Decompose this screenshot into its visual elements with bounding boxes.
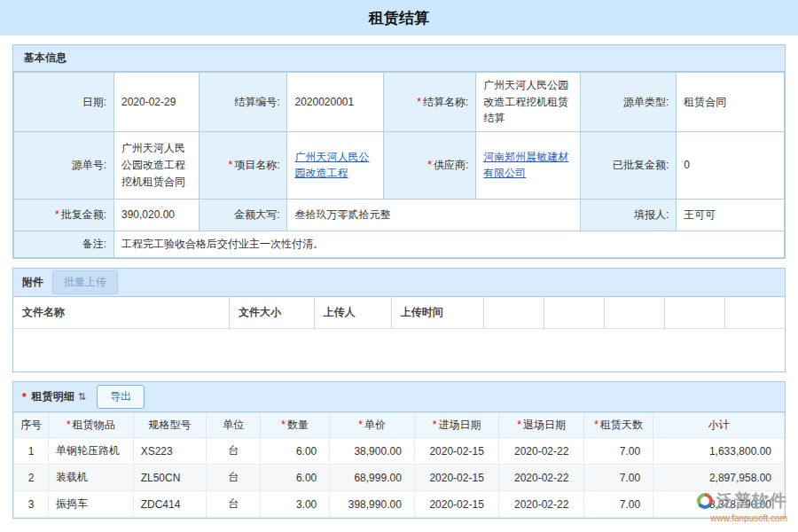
attach-header-filename: 文件名称 [13,297,230,329]
table-row: 2 装载机 ZL50CN 台 6.00 68,999.00 2020-02-15… [14,465,785,491]
supplier-value: 河南郑州晨敏建材有限公司 [476,131,580,199]
rental-details-section: * 租赁明细 ⇅ 导出 序号 *租赁物品 规格型号 单位 *数量 *单价 *进场… [12,381,786,519]
cell-item: 振捣车 [49,491,134,518]
attach-header-empty [544,297,605,329]
cell-seq: 1 [14,438,49,465]
cell-subtotal: 8,378,790.00 [653,491,785,518]
amount-words-label: 金额大写: [199,199,287,231]
cell-item: 装载机 [49,465,134,491]
cell-date-in: 2020-02-15 [414,438,499,465]
basic-info-section: 基本信息 日期: 2020-02-29 结算编号: 2020020001 *结算… [12,44,786,259]
attach-header-uploader: 上传人 [314,297,391,329]
approval-amount-value: 390,020.00 [113,199,199,231]
cell-price: 68,999.00 [330,465,415,491]
settle-name-value: 广州天河人民公园改造工程挖机租赁结算 [476,73,580,132]
attachments-title: 附件 [22,275,43,290]
cell-qty: 6.00 [261,438,330,465]
table-row: 3 振捣车 ZDC414 台 3.00 398,990.00 2020-02-1… [14,491,785,518]
cell-item: 单钢轮压路机 [49,438,134,465]
cell-date-out: 2020-02-22 [499,465,584,491]
table-row: 1 单钢轮压路机 XS223 台 6.00 38,900.00 2020-02-… [14,438,785,465]
cell-seq: 2 [14,465,49,491]
col-seq: 序号 [14,413,49,438]
cell-date-in: 2020-02-15 [414,465,499,491]
remark-label: 备注: [14,231,114,257]
basic-info-table: 日期: 2020-02-29 结算编号: 2020020001 *结算名称: 广… [13,72,785,258]
cell-price: 38,900.00 [330,438,415,465]
project-value: 广州天河人民公园改造工程 [287,131,384,199]
attachments-section: 附件 批量上传 文件名称 文件大小 上传人 上传时间 [12,268,786,373]
cell-days: 7.00 [583,438,653,465]
col-model: 规格型号 [133,413,207,438]
cell-unit: 台 [207,438,261,465]
cell-days: 7.00 [583,491,653,518]
source-type-value: 租赁合同 [677,73,785,132]
page-title: 租赁结算 [369,8,429,28]
amount-words-value: 叁拾玖万零贰拾元整 [287,199,580,231]
page-title-bar: 租赁结算 [0,0,798,35]
settle-name-label: *结算名称: [384,73,476,132]
cell-model: ZL50CN [133,465,207,491]
cell-model: ZDC414 [133,491,207,518]
project-link[interactable]: 广州天河人民公园改造工程 [294,151,369,180]
cell-unit: 台 [207,491,261,518]
source-no-value: 广州天河人民公园改造工程挖机租赁合同 [113,131,199,199]
sort-icon[interactable]: ⇅ [78,391,86,403]
detail-header-row: 序号 *租赁物品 规格型号 单位 *数量 *单价 *进场日期 *退场日期 *租赁… [14,413,785,438]
approved-amount-label: 已批复金额: [580,131,677,199]
date-label: 日期: [14,73,114,132]
source-no-label: 源单号: [14,131,114,199]
attachments-empty-area [13,329,785,372]
settle-no-label: 结算编号: [199,73,287,132]
col-date-out: *退场日期 [499,413,584,438]
col-qty: *数量 [261,413,330,438]
attachments-toolbar: 附件 批量上传 [13,269,785,297]
date-value: 2020-02-29 [113,73,199,132]
rental-details-table: 序号 *租赁物品 规格型号 单位 *数量 *单价 *进场日期 *退场日期 *租赁… [13,412,785,518]
source-type-label: 源单类型: [580,73,677,132]
cell-date-out: 2020-02-22 [499,438,584,465]
rental-details-title: 租赁明细 [32,389,74,404]
required-mark: * [55,208,59,221]
col-item: *租赁物品 [49,413,134,438]
required-mark: * [427,159,432,171]
cell-seq: 3 [14,491,49,518]
cell-unit: 台 [207,465,261,491]
supplier-label: *供应商: [384,131,476,199]
cell-qty: 6.00 [261,465,330,491]
required-mark: * [22,391,27,403]
col-price: *单价 [330,413,415,438]
rental-details-header: * 租赁明细 ⇅ 导出 [13,382,785,412]
attach-header-filesize: 文件大小 [230,297,315,329]
cell-subtotal: 1,633,800.00 [653,438,785,465]
supplier-link[interactable]: 河南郑州晨敏建材有限公司 [483,151,568,180]
basic-info-header: 基本信息 [13,45,785,72]
attach-header-empty [664,297,724,329]
remark-value: 工程完工验收合格后交付业主一次性付清。 [113,231,784,257]
cell-days: 7.00 [583,465,653,491]
project-label: *项目名称: [199,131,287,199]
attach-header-empty [724,297,785,329]
attachments-table: 文件名称 文件大小 上传人 上传时间 [13,297,785,330]
approved-amount-value: 0 [677,131,785,199]
attach-header-empty [604,297,664,329]
col-date-in: *进场日期 [414,413,499,438]
cell-subtotal: 2,897,958.00 [653,465,785,491]
approval-amount-label: *批复金额: [14,199,114,231]
attach-header-empty [484,297,544,329]
attach-header-uploadtime: 上传时间 [391,297,483,329]
cell-date-in: 2020-02-15 [414,491,499,518]
export-button[interactable]: 导出 [97,385,145,409]
col-unit: 单位 [207,413,261,438]
required-mark: * [228,159,232,171]
basic-info-title: 基本信息 [24,45,66,71]
settle-no-value: 2020020001 [287,73,384,132]
cell-price: 398,990.00 [330,491,415,518]
filler-label: 填报人: [580,199,677,231]
batch-upload-button[interactable]: 批量上传 [52,270,118,294]
cell-model: XS223 [133,438,207,465]
filler-value: 王可可 [677,199,785,231]
col-subtotal: 小计 [653,413,785,438]
col-days: *租赁天数 [583,413,653,438]
required-mark: * [417,96,421,108]
